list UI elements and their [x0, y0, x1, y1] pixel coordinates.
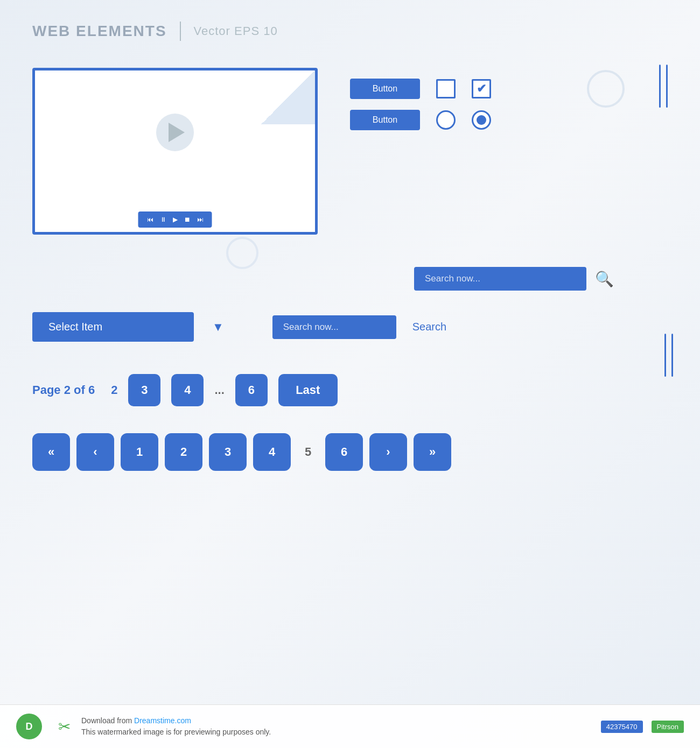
- search-input-1[interactable]: [414, 267, 586, 291]
- watermark-note: This watermarked image is for previewing…: [81, 728, 271, 736]
- deco-line-mid-1: [664, 334, 666, 377]
- scissors-icon: ✂: [58, 718, 71, 736]
- select-item-label: Select Item: [48, 321, 102, 333]
- page-ellipsis: ...: [214, 383, 224, 397]
- page-btn-3[interactable]: 3: [128, 374, 160, 406]
- ctrl-fast-forward[interactable]: ⏭: [197, 216, 204, 223]
- deco-line-1: [659, 65, 661, 108]
- download-text: Download from: [81, 716, 132, 725]
- search-icon-1[interactable]: 🔍: [595, 270, 614, 288]
- controls-row-1: Button ✔: [350, 79, 491, 99]
- button-1[interactable]: Button: [350, 79, 420, 99]
- footer-logo-letter: D: [26, 721, 33, 732]
- page-btn2-6[interactable]: 6: [325, 433, 363, 471]
- page-btn2-3[interactable]: 3: [209, 433, 247, 471]
- video-corner-fold: [261, 70, 315, 124]
- deco-lines-top: [659, 65, 668, 108]
- page-header: WEB ELEMENTS Vector EPS 10: [32, 22, 668, 41]
- search-section-1: 🔍: [32, 267, 668, 291]
- page-btn-last[interactable]: Last: [278, 374, 338, 406]
- footer-logo: D: [16, 714, 42, 739]
- dropdown-arrow-icon[interactable]: ▼: [212, 320, 224, 334]
- radio-inner: [477, 115, 486, 125]
- ctrl-stop[interactable]: ⏹: [184, 216, 191, 223]
- checkbox-empty[interactable]: [436, 79, 456, 98]
- video-player: ⏮ ⏸ ▶ ⏹ ⏭: [32, 68, 318, 235]
- search-text-button[interactable]: Search: [412, 321, 446, 333]
- page-info: Page 2 of 6: [32, 383, 95, 397]
- controls-row-2: Button: [350, 110, 491, 130]
- checkbox-checked[interactable]: ✔: [472, 79, 491, 98]
- page-btn-6[interactable]: 6: [235, 374, 268, 406]
- page-title: WEB ELEMENTS: [32, 23, 167, 40]
- video-controls-section: ⏮ ⏸ ▶ ⏹ ⏭ Button ✔ Button: [32, 68, 668, 235]
- ctrl-play[interactable]: ▶: [173, 216, 178, 223]
- page-btn-prev[interactable]: ‹: [76, 433, 114, 471]
- button-2[interactable]: Button: [350, 110, 420, 130]
- footer-bar: D ✂ Download from Dreamstime.com This wa…: [0, 704, 700, 748]
- footer-text: Download from Dreamstime.com This waterm…: [81, 715, 271, 738]
- page-subtitle: Vector EPS 10: [194, 24, 278, 38]
- ctrl-pause[interactable]: ⏸: [160, 216, 166, 223]
- select-item-button[interactable]: Select Item: [32, 312, 194, 342]
- page-btn2-2[interactable]: 2: [165, 433, 202, 471]
- author-badge: Pitrson: [652, 721, 684, 733]
- site-url[interactable]: Dreamstime.com: [134, 716, 191, 725]
- deco-line-mid-2: [671, 334, 673, 377]
- deco-line-2: [666, 65, 668, 108]
- deco-lines-mid: [664, 334, 673, 377]
- page-btn2-1[interactable]: 1: [121, 433, 158, 471]
- page-btn-last2[interactable]: »: [414, 433, 451, 471]
- video-controls-bar[interactable]: ⏮ ⏸ ▶ ⏹ ⏭: [138, 211, 212, 228]
- image-id-badge: 42375470: [601, 721, 643, 733]
- page-num-plain-5: 5: [297, 445, 319, 459]
- pagination-1: Page 2 of 6 2 3 4 ... 6 Last: [32, 374, 668, 406]
- page-num-plain: 2: [111, 383, 117, 397]
- play-circle[interactable]: [156, 114, 194, 151]
- page-btn2-4[interactable]: 4: [253, 433, 291, 471]
- controls-panel: Button ✔ Button: [350, 68, 491, 130]
- footer-right: 42375470 Pitrson: [601, 721, 684, 733]
- deco-circle-top: [587, 70, 625, 108]
- page-btn-4[interactable]: 4: [171, 374, 204, 406]
- page-btn-first[interactable]: «: [32, 433, 70, 471]
- header-divider: [180, 22, 181, 41]
- page-btn-next[interactable]: ›: [369, 433, 407, 471]
- deco-circle-mid: [226, 237, 258, 269]
- search-input-2[interactable]: [272, 315, 396, 339]
- play-triangle-icon: [169, 123, 185, 142]
- radio-filled[interactable]: [472, 110, 491, 130]
- pagination-2: « ‹ 1 2 3 4 5 6 › »: [32, 433, 668, 471]
- ctrl-rewind[interactable]: ⏮: [147, 216, 153, 223]
- radio-empty[interactable]: [436, 110, 456, 130]
- select-search-section: Select Item ▼ Search: [32, 312, 668, 342]
